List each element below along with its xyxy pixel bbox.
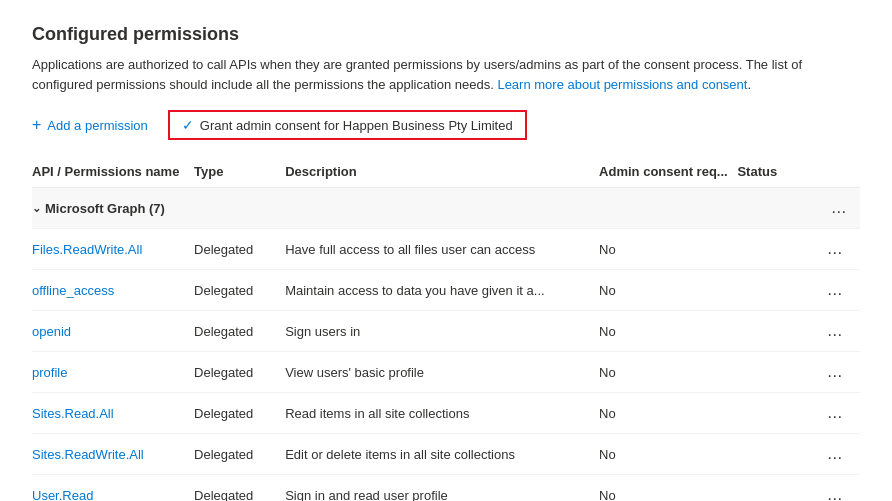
table-row: Sites.ReadWrite.All Delegated Edit or de… xyxy=(32,434,860,475)
chevron-down-icon: ⌄ xyxy=(32,202,41,215)
permission-description: Sign in and read user profile xyxy=(285,475,599,502)
col-header-description: Description xyxy=(285,156,599,188)
permission-admin-consent: No xyxy=(599,352,737,393)
permission-status xyxy=(737,311,818,352)
permission-status xyxy=(737,352,818,393)
col-header-api: API / Permissions name xyxy=(32,156,194,188)
permission-admin-consent: No xyxy=(599,475,737,502)
col-header-status: Status xyxy=(737,156,818,188)
permission-more-button[interactable]: … xyxy=(819,318,852,344)
permission-type: Delegated xyxy=(194,434,285,475)
table-row: profile Delegated View users' basic prof… xyxy=(32,352,860,393)
permission-status xyxy=(737,393,818,434)
permission-more-button[interactable]: … xyxy=(819,400,852,426)
permission-description: Sign users in xyxy=(285,311,599,352)
permission-type: Delegated xyxy=(194,311,285,352)
main-container: Configured permissions Applications are … xyxy=(0,0,892,501)
permission-status xyxy=(737,475,818,502)
permission-status xyxy=(737,229,818,270)
permission-description: View users' basic profile xyxy=(285,352,599,393)
permission-more-button[interactable]: … xyxy=(819,441,852,467)
permission-name-link[interactable]: openid xyxy=(32,324,71,339)
table-row: Files.ReadWrite.All Delegated Have full … xyxy=(32,229,860,270)
permission-type: Delegated xyxy=(194,270,285,311)
group-more-button[interactable]: … xyxy=(823,195,856,221)
table-row: offline_access Delegated Maintain access… xyxy=(32,270,860,311)
table-row: User.Read Delegated Sign in and read use… xyxy=(32,475,860,502)
permission-admin-consent: No xyxy=(599,311,737,352)
col-header-type: Type xyxy=(194,156,285,188)
permission-more-button[interactable]: … xyxy=(819,277,852,303)
permission-type: Delegated xyxy=(194,352,285,393)
group-name: Microsoft Graph (7) xyxy=(45,201,165,216)
permission-name-link[interactable]: Sites.ReadWrite.All xyxy=(32,447,144,462)
permission-name-link[interactable]: User.Read xyxy=(32,488,93,502)
permission-name-link[interactable]: Files.ReadWrite.All xyxy=(32,242,142,257)
permission-name-link[interactable]: offline_access xyxy=(32,283,114,298)
col-header-actions xyxy=(818,156,860,188)
table-group-row: ⌄ Microsoft Graph (7) … xyxy=(32,188,860,229)
permission-description: Have full access to all files user can a… xyxy=(285,229,599,270)
permission-name-link[interactable]: profile xyxy=(32,365,67,380)
permission-status xyxy=(737,434,818,475)
col-header-admin-consent: Admin consent req... xyxy=(599,156,737,188)
permission-admin-consent: No xyxy=(599,393,737,434)
permission-more-button[interactable]: … xyxy=(819,236,852,262)
check-icon: ✓ xyxy=(182,117,194,133)
permission-description: Read items in all site collections xyxy=(285,393,599,434)
permission-admin-consent: No xyxy=(599,229,737,270)
permission-type: Delegated xyxy=(194,229,285,270)
toolbar: + Add a permission ✓ Grant admin consent… xyxy=(32,110,860,140)
page-description: Applications are authorized to call APIs… xyxy=(32,55,860,94)
add-permission-button[interactable]: + Add a permission xyxy=(32,110,160,140)
permission-name-link[interactable]: Sites.Read.All xyxy=(32,406,114,421)
permission-more-button[interactable]: … xyxy=(819,482,852,501)
page-title: Configured permissions xyxy=(32,24,860,45)
permission-admin-consent: No xyxy=(599,270,737,311)
permission-type: Delegated xyxy=(194,393,285,434)
permission-description: Maintain access to data you have given i… xyxy=(285,270,599,311)
table-header-row: API / Permissions name Type Description … xyxy=(32,156,860,188)
plus-icon: + xyxy=(32,116,41,134)
table-row: Sites.Read.All Delegated Read items in a… xyxy=(32,393,860,434)
grant-consent-button[interactable]: ✓ Grant admin consent for Happen Busines… xyxy=(168,110,527,140)
permission-type: Delegated xyxy=(194,475,285,502)
permission-more-button[interactable]: … xyxy=(819,359,852,385)
permission-admin-consent: No xyxy=(599,434,737,475)
permissions-table: API / Permissions name Type Description … xyxy=(32,156,860,501)
permission-description: Edit or delete items in all site collect… xyxy=(285,434,599,475)
table-row: openid Delegated Sign users in No … xyxy=(32,311,860,352)
learn-more-link[interactable]: Learn more about permissions and consent xyxy=(497,77,747,92)
permission-status xyxy=(737,270,818,311)
